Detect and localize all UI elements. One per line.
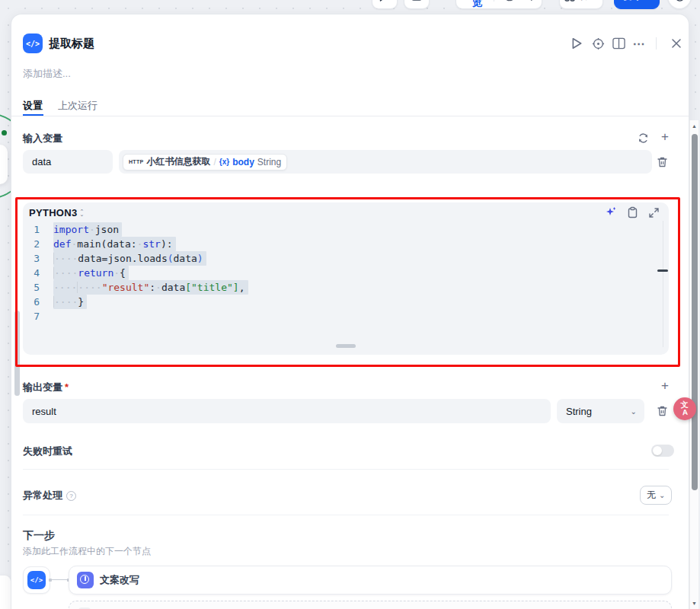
input-var-name-field[interactable]: data (23, 150, 113, 174)
active-tab-underline (23, 114, 43, 116)
time-button[interactable] (667, 0, 692, 9)
chevron-down-icon: ⌄ (631, 407, 637, 416)
delete-output-var-button[interactable] (656, 404, 669, 417)
chat-bubble-icon (379, 0, 391, 2)
required-mark: * (65, 381, 69, 393)
scroll-up-icon[interactable]: ▲ (692, 123, 697, 129)
node-title[interactable]: 提取标题 (49, 37, 94, 51)
features-button[interactable]: 功能 (559, 0, 603, 9)
next-node-card[interactable]: 文案改写 (69, 566, 672, 595)
canvas-node-port[interactable] (2, 130, 7, 136)
output-var-name: result (32, 406, 56, 417)
editor-resize-handle[interactable] (336, 344, 356, 348)
blocks-icon (564, 0, 575, 2)
sync-vars-button[interactable] (637, 132, 649, 144)
code-line[interactable]: 2def·main(data:·str): (29, 237, 638, 251)
panel-resize-handle[interactable] (14, 311, 20, 396)
section-divider (23, 469, 669, 470)
variable-binding-pill[interactable]: HTTP 小红书信息获取 / {x} body String (123, 154, 287, 171)
run-history-button[interactable] (499, 0, 519, 2)
error-handling-title: 异常处理? (23, 489, 76, 502)
binding-node-name: 小红书信息获取 (146, 155, 210, 168)
trash-icon (657, 405, 668, 417)
llm-node-icon (77, 572, 94, 588)
tabs-divider (11, 116, 689, 116)
tab-last-run[interactable]: 上次运行 (58, 99, 97, 113)
translate-icon: 文A (680, 401, 689, 417)
line-number: 1 (29, 222, 40, 237)
add-output-var-button[interactable]: + (659, 380, 671, 392)
canvas-node-card-bottom[interactable] (0, 576, 11, 609)
locate-node-button[interactable] (591, 37, 605, 50)
expand-code-button[interactable] (648, 207, 660, 218)
error-handling-select[interactable]: 无 ⌄ (640, 486, 672, 505)
input-vars-title: 输入变量 (23, 132, 62, 145)
api-panel-button[interactable] (404, 0, 430, 9)
ai-generate-button[interactable] (605, 206, 617, 218)
publish-label: 发布 (622, 0, 642, 3)
panel-scrollbar[interactable]: ▲ ▼ (689, 120, 698, 609)
copy-code-button[interactable] (627, 206, 638, 218)
plus-icon: + (661, 378, 669, 394)
delete-input-var-button[interactable] (656, 155, 669, 168)
help-icon[interactable]: ? (66, 491, 76, 501)
add-parallel-node-button[interactable]: + 添加并行节点 (69, 601, 672, 609)
http-node-icon: HTTP (129, 159, 143, 164)
code-editor[interactable]: PYTHON3 ⌃⌄ 1import·json2def·main(data:·s… (23, 202, 669, 355)
code-line[interactable]: 4····return·{ (29, 266, 638, 280)
variable-x-icon: {x} (219, 158, 229, 166)
line-number: 6 (29, 295, 40, 309)
output-vars-title: 输出变量* (23, 381, 69, 394)
input-var-value-field[interactable]: HTTP 小红书信息获取 / {x} body String (119, 150, 652, 174)
plus-icon: + (661, 129, 669, 145)
description-placeholder[interactable]: 添加描述... (23, 67, 71, 81)
section-divider (23, 515, 669, 515)
refresh-icon (638, 132, 649, 144)
output-var-name-field[interactable]: result (23, 399, 551, 423)
code-lines[interactable]: 1import·json2def·main(data:·str):3····da… (29, 222, 638, 324)
tab-settings[interactable]: 设置 (23, 99, 43, 113)
chat-bubble-button[interactable] (372, 0, 398, 9)
line-number: 5 (29, 280, 40, 295)
code-line[interactable]: 6····} (29, 295, 638, 309)
scrollbar-thumb[interactable] (692, 134, 698, 490)
line-number: 4 (29, 266, 40, 280)
checklist-button[interactable] (519, 0, 535, 2)
code-line[interactable]: 5········"result":·data["title"], (29, 280, 638, 295)
preview-button[interactable]: 预览 (462, 0, 489, 10)
checklist-icon (524, 0, 535, 2)
translate-fab[interactable]: 文A (673, 397, 696, 420)
add-input-var-button[interactable]: + (659, 131, 671, 143)
run-node-button[interactable] (570, 37, 583, 50)
close-icon (671, 38, 682, 49)
code-language-label: PYTHON3 (29, 207, 78, 218)
code-language-selector[interactable]: PYTHON3 ⌃⌄ (29, 207, 85, 218)
target-icon (592, 37, 605, 50)
publish-button[interactable]: 发布 ▼ (614, 0, 660, 9)
code-line[interactable]: 1import·json (29, 222, 638, 237)
node-connector-line (50, 579, 69, 580)
output-var-type: String (566, 406, 592, 417)
editor-scrollbar-thumb[interactable] (657, 269, 668, 272)
language-caret-icon: ⌃⌄ (80, 210, 85, 216)
scroll-down-icon[interactable]: ▼ (692, 601, 697, 606)
output-var-type-select[interactable]: String ⌄ (557, 399, 644, 423)
code-line[interactable]: 3····data=json.loads(data) (29, 251, 638, 266)
close-panel-button[interactable] (670, 37, 683, 50)
retry-toggle[interactable] (651, 445, 674, 457)
play-outline-icon (571, 37, 583, 49)
features-label: 功能 (579, 0, 599, 3)
code-line[interactable]: 7 (29, 309, 638, 324)
chevron-down-icon: ⌄ (659, 491, 665, 499)
line-number: 7 (29, 309, 40, 324)
clock-icon (674, 0, 686, 2)
split-view-button[interactable] (612, 37, 625, 50)
trash-icon (657, 156, 668, 168)
more-options-button[interactable]: ⋯ (632, 37, 646, 50)
line-number: 3 (29, 251, 40, 266)
current-node-chip: </> (23, 566, 50, 594)
binding-var-type: String (257, 157, 281, 167)
code-node-icon: </> (23, 33, 43, 53)
retry-title: 失败时重试 (23, 445, 72, 458)
columns-icon (612, 37, 625, 49)
